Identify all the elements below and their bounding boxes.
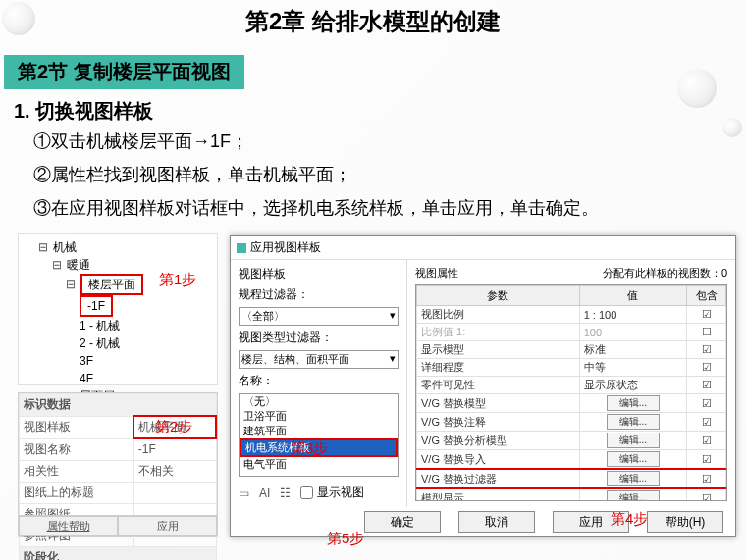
tree-node[interactable]: 暖通 bbox=[67, 258, 90, 272]
instruction-2: ②属性栏找到视图样板，单击机械平面； bbox=[33, 163, 351, 186]
instruction-1: ①双击机械楼层平面→1F； bbox=[33, 129, 248, 153]
name-label: 名称： bbox=[239, 373, 399, 389]
list-item[interactable]: 电气平面 bbox=[240, 457, 398, 472]
tree-leaf[interactable]: 1 - 机械 bbox=[80, 317, 211, 334]
properties-apply-button[interactable]: 应用 bbox=[118, 516, 217, 536]
chevron-down-icon: ▾ bbox=[390, 352, 396, 365]
list-item[interactable]: 建筑平面 bbox=[240, 424, 398, 438]
tree-root[interactable]: 机械 bbox=[53, 240, 77, 254]
dialog-titlebar: 应用视图样板 bbox=[231, 236, 735, 260]
step-2-label: 第2步 bbox=[155, 418, 192, 436]
step-1-label: 第1步 bbox=[159, 271, 196, 289]
heading-1: 1. 切换视图样板 bbox=[14, 98, 153, 125]
tree-node-floorplan[interactable]: 楼层平面 bbox=[80, 274, 143, 295]
tree-leaf[interactable]: 2 - 机械 bbox=[80, 334, 211, 352]
tree-leaf[interactable]: 3F bbox=[80, 352, 211, 370]
assigned-count: 分配有此样板的视图数：0 bbox=[603, 266, 727, 280]
cancel-button[interactable]: 取消 bbox=[458, 511, 535, 533]
apply-view-template-dialog: 应用视图样板 视图样板 规程过滤器： 〈全部〉 ▾ 视图类型过滤器： 楼层、结构… bbox=[230, 235, 736, 537]
group-label: 视图样板 bbox=[239, 266, 399, 282]
section-title: 第2节 复制楼层平面视图 bbox=[4, 55, 244, 89]
list-item[interactable]: 卫浴平面 bbox=[240, 409, 398, 424]
chapter-title: 第2章 给排水模型的创建 bbox=[0, 6, 746, 37]
viewtype-filter-label: 视图类型过滤器： bbox=[239, 330, 399, 346]
viewtype-filter-select[interactable]: 楼层、结构、面积平面 ▾ bbox=[239, 350, 399, 369]
view-tree[interactable]: ⊟ 机械 ⊟ 暖通 ⊟ 楼层平面 -1F1 - 机械2 - 机械3F4F屋面层 bbox=[18, 233, 218, 385]
help-button[interactable]: 帮助(H) bbox=[647, 511, 723, 533]
properties-help-button[interactable]: 属性帮助 bbox=[19, 516, 118, 536]
ai-icon[interactable]: AI bbox=[259, 486, 270, 500]
collapse-icon[interactable]: ⊟ bbox=[52, 258, 62, 272]
prop-icon[interactable]: ☷ bbox=[280, 486, 291, 500]
instruction-3: ③在应用视图样板对话框中，选择机电系统样板，单击应用，单击确定。 bbox=[33, 196, 599, 220]
view-props-label: 视图属性 bbox=[415, 266, 458, 280]
doc-icon[interactable]: ▭ bbox=[239, 486, 249, 500]
chevron-down-icon: ▾ bbox=[390, 309, 396, 322]
collapse-icon[interactable]: ⊟ bbox=[66, 278, 76, 291]
show-views-checkbox[interactable]: 显示视图 bbox=[300, 484, 364, 501]
list-item[interactable]: 〈无〉 bbox=[240, 394, 398, 409]
step-5-label: 第5步 bbox=[327, 530, 364, 548]
properties-panel: 标识数据视图样板机械平面视图名称-1F相关性不相关图纸上的标题参照图纸参照详图阶… bbox=[18, 392, 218, 537]
tree-leaf[interactable]: -1F bbox=[80, 295, 211, 317]
app-icon bbox=[237, 243, 246, 253]
step-3-label: 第3步 bbox=[291, 439, 328, 458]
template-listbox[interactable]: 〈无〉卫浴平面建筑平面机电系统样板电气平面 bbox=[239, 393, 399, 477]
collapse-icon[interactable]: ⊟ bbox=[38, 240, 48, 254]
tree-leaf[interactable]: 4F bbox=[80, 370, 211, 387]
view-properties-table[interactable]: 参数值包含视图比例1 : 100☑比例值 1:100☐显示模型标准☑详细程度中等… bbox=[415, 284, 727, 501]
step-4-label: 第4步 bbox=[611, 510, 648, 529]
discipline-filter-label: 规程过滤器： bbox=[239, 286, 399, 303]
discipline-filter-select[interactable]: 〈全部〉 ▾ bbox=[239, 307, 399, 326]
ok-button[interactable]: 确定 bbox=[364, 511, 441, 533]
